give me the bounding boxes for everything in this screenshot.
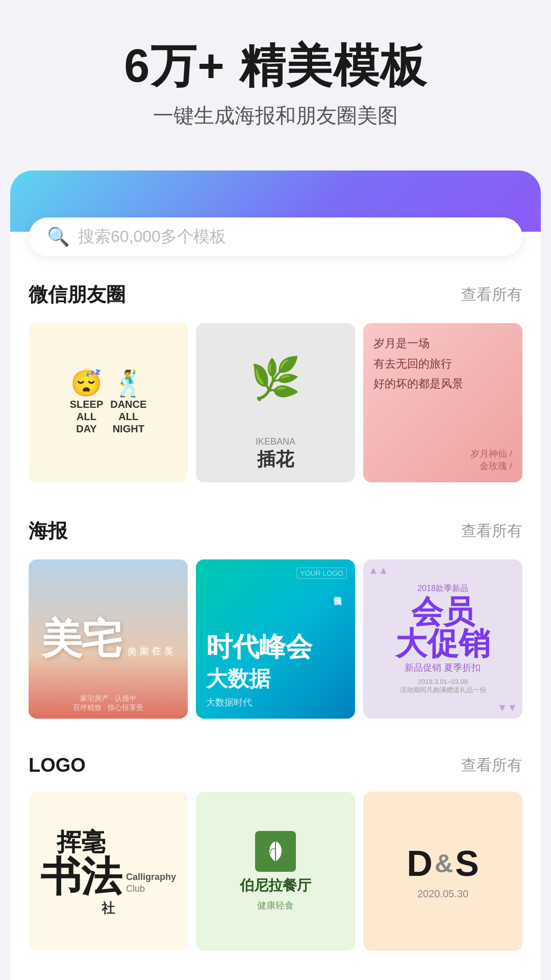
dance-col: 🕺 DANCEALLNIGHT	[110, 371, 146, 435]
sleep-face: 😴	[70, 371, 104, 396]
logo-1-content: 挥毫 书法 Calligraphy Club 社	[40, 826, 176, 917]
poster-template-house[interactable]: 美宅 尽美住在家而美向 家宅房产 · 认领中百坪精致 · 惊心恒享受	[29, 559, 188, 719]
logo-1-english: Calligraphy Club	[126, 871, 176, 895]
search-bar[interactable]: 🔍 搜索60,000多个模板	[29, 217, 522, 256]
logo-2-icon	[255, 831, 296, 872]
sleep-col: 😴 SLEEPALLDAY	[70, 371, 104, 435]
poster-1-main: 美宅	[41, 619, 121, 659]
poster-2-logo: YOUR LOGO	[296, 568, 347, 579]
logo-template-grid: 挥毫 书法 Calligraphy Club 社	[29, 792, 522, 951]
logo-section: LOGO 查看所有 挥毫 书法 Calligraphy Club	[10, 729, 541, 961]
logo-template-ds[interactable]: D & S 2020.05.30	[363, 792, 522, 951]
wechat-template-ikebana[interactable]: 🌿 IKEBANA 插花	[196, 323, 355, 482]
poster-3-year: 2018款季新品	[417, 583, 468, 594]
ikebana-chinese-text: 插花	[257, 447, 294, 472]
poster-see-all[interactable]: 查看所有	[461, 521, 522, 542]
wechat-section-header: 微信朋友圈 查看所有	[29, 282, 522, 308]
wechat-template-sleep-dance[interactable]: 😴 SLEEPALLDAY 🕺 DANCEALLNIGHT	[29, 323, 188, 482]
ikebana-en-text: IKEBANA	[256, 436, 295, 447]
poster-1-content: 美宅 尽美住在家而美向	[41, 619, 175, 659]
logo-2-leaf-icon	[263, 839, 288, 864]
hero-section: 6万+ 精美模板 一键生成海报和朋友圈美图	[0, 0, 551, 160]
sleep-dance-inner: 😴 SLEEPALLDAY 🕺 DANCEALLNIGHT	[70, 371, 147, 435]
search-placeholder: 搜索60,000多个模板	[78, 226, 226, 248]
poem-text: 岁月是一场 有去无回的旅行 好的坏的都是风景	[373, 333, 512, 394]
wechat-section-title: 微信朋友圈	[29, 282, 126, 308]
poster-1-bottom: 家宅房产 · 认领中百坪精致 · 惊心恒享受	[29, 694, 188, 713]
poster-section-title: 海报	[29, 518, 67, 544]
logo-3-letter-s: S	[455, 843, 479, 884]
ikebana-leaves: 🌿	[196, 323, 355, 434]
logo-1-wrap: 挥毫 书法 Calligraphy Club	[40, 826, 176, 895]
logo-section-title: LOGO	[29, 754, 86, 776]
logo-1-left: 挥毫 书法	[40, 826, 122, 895]
poster-template-member-sale[interactable]: 2018款季新品 会员大促销 新品促销 夏季折扣 2018.3.01~03.08…	[363, 559, 522, 719]
main-card: 🔍 搜索60,000多个模板 微信朋友圈 查看所有 😴 SLEEPALLDAY …	[10, 170, 541, 980]
search-container: 🔍 搜索60,000多个模板	[10, 217, 541, 256]
poster-3-small: 2018.3.01~03.08活动期间凡购满赠送礼品一份	[400, 678, 486, 695]
logo-1-chinese: 书法	[40, 859, 122, 895]
wechat-section: 微信朋友圈 查看所有 😴 SLEEPALLDAY 🕺 DANCEALLNIGHT	[10, 256, 541, 493]
dance-face: 🕺	[110, 371, 146, 396]
logo-template-calligraphy[interactable]: 挥毫 书法 Calligraphy Club 社	[29, 792, 188, 951]
logo-section-header: LOGO 查看所有	[29, 754, 522, 776]
poster-2-title: 时代峰会	[206, 631, 312, 663]
ikebana-card-inner: 🌿 IKEBANA 插花	[196, 323, 355, 482]
dance-text: DANCEALLNIGHT	[110, 398, 146, 435]
logo-2-name: 伯尼拉餐厅	[240, 876, 311, 895]
hero-subtitle: 一键生成海报和朋友圈美图	[31, 102, 520, 130]
logo-1-huihao: 挥毫	[57, 826, 106, 859]
logo-3-letters: D & S	[407, 843, 479, 884]
poster-3-main: 会员大促销	[395, 596, 490, 659]
poster-2-sub-title: 大数据	[206, 665, 270, 693]
poster-3-deco-br: ▼▼	[497, 702, 517, 714]
logo-2-sub: 健康轻食	[257, 899, 294, 912]
poster-template-grid: 美宅 尽美住在家而美向 家宅房产 · 认领中百坪精致 · 惊心恒享受 YOUR …	[29, 559, 522, 719]
poster-section: 海报 查看所有 美宅 尽美住在家而美向 家宅房产 · 认领中百坪精致 · 惊心恒…	[10, 493, 541, 729]
wechat-template-poem[interactable]: 岁月是一场 有去无回的旅行 好的坏的都是风景 岁月神仙 /金玫瑰 /	[363, 323, 522, 482]
poster-3-deco-tl: ▲▲	[368, 565, 389, 576]
poster-template-bigdata[interactable]: YOUR LOGO 引领科技潮流 时代峰会 大数据 大数据时代	[196, 559, 355, 719]
wechat-see-all[interactable]: 查看所有	[461, 284, 522, 305]
sleep-text: SLEEPALLDAY	[70, 398, 104, 435]
poster-2-sub: 大数据时代	[206, 696, 252, 708]
poster-3-sub: 新品促销 夏季折扣	[405, 662, 481, 674]
logo-3-letter-d: D	[407, 843, 433, 884]
search-icon: 🔍	[47, 226, 70, 248]
logo-3-amp: &	[435, 849, 453, 878]
logo-1-bottom: 社	[102, 899, 115, 917]
logo-see-all[interactable]: 查看所有	[461, 755, 522, 776]
hero-title: 6万+ 精美模板	[31, 41, 520, 91]
poem-author: 岁月神仙 /金玫瑰 /	[373, 448, 512, 472]
wechat-template-grid: 😴 SLEEPALLDAY 🕺 DANCEALLNIGHT 🌿 IKEBANA …	[29, 323, 522, 482]
poster-section-header: 海报 查看所有	[29, 518, 522, 544]
logo-template-restaurant[interactable]: 伯尼拉餐厅 健康轻食	[196, 792, 355, 951]
logo-3-date: 2020.05.30	[417, 888, 468, 900]
